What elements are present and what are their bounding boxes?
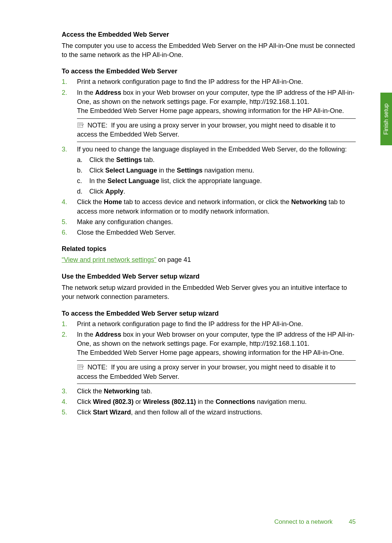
list-heading-1: To access the Embedded Web Server bbox=[62, 68, 356, 75]
note-box: NOTE: If you are using a proxy server in… bbox=[77, 118, 356, 142]
text: Click bbox=[77, 398, 93, 405]
text: on page 41 bbox=[156, 256, 191, 263]
note-label: NOTE: bbox=[87, 122, 107, 129]
text: In the bbox=[77, 331, 95, 338]
list-item: Click Wired (802.3) or Wireless (802.11)… bbox=[62, 397, 356, 406]
footer-section: Connect to a network bbox=[274, 518, 333, 525]
text: tab. bbox=[139, 388, 152, 395]
text-bold: Apply bbox=[105, 188, 123, 195]
text-bold: Wireless (802.11) bbox=[143, 398, 196, 405]
text: Click the bbox=[77, 198, 104, 206]
text: Click bbox=[89, 188, 105, 195]
text: , and then follow all of the wizard inst… bbox=[131, 409, 262, 416]
related-link[interactable]: “View and print network settings” bbox=[62, 256, 156, 263]
text-bold: Networking bbox=[291, 198, 327, 206]
text: In the bbox=[77, 89, 95, 96]
list-item: If you need to change the language displ… bbox=[62, 145, 356, 196]
text-bold: Address bbox=[95, 331, 121, 338]
text: If you need to change the language displ… bbox=[77, 146, 347, 153]
text-bold: Settings bbox=[116, 156, 142, 163]
note-text: If you are using a proxy server in your … bbox=[77, 364, 335, 380]
list-item: In the Select Language list, click the a… bbox=[77, 177, 356, 186]
page-body: Access the Embedded Web Server The compu… bbox=[0, 0, 392, 437]
list-item: Click Apply. bbox=[77, 187, 356, 196]
list-item: Click Select Language in the Settings na… bbox=[77, 166, 356, 175]
heading-setup-wizard: Use the Embedded Web Server setup wizard bbox=[62, 273, 356, 280]
sub-list: Click the Settings tab. Click Select Lan… bbox=[77, 155, 356, 196]
ordered-list-2: Print a network configuration page to fi… bbox=[62, 320, 356, 417]
text: Click the bbox=[89, 156, 116, 163]
text-bold: Select Language bbox=[107, 177, 159, 185]
text: or bbox=[134, 398, 143, 405]
text: The Embedded Web Server Home page appear… bbox=[77, 106, 356, 116]
text-bold: Connections bbox=[216, 398, 255, 405]
list-item: Close the Embedded Web Server. bbox=[62, 228, 356, 237]
text-bold: Address bbox=[95, 89, 121, 96]
note-text: If you are using a proxy server in your … bbox=[77, 122, 335, 138]
footer-page-number: 45 bbox=[349, 518, 356, 525]
text: in the bbox=[157, 167, 177, 174]
text: The Embedded Web Server Home page appear… bbox=[77, 348, 356, 357]
list-item: Click the Settings tab. bbox=[77, 155, 356, 165]
list-item: Click the Home tab to access device and … bbox=[62, 198, 356, 216]
text-bold: Select Language bbox=[105, 167, 157, 174]
text-bold: Settings bbox=[177, 167, 203, 174]
text-bold: Networking bbox=[104, 388, 139, 395]
list-item: Click Start Wizard, and then follow all … bbox=[62, 408, 356, 417]
note-label: NOTE: bbox=[87, 364, 107, 371]
heading-access-ews: Access the Embedded Web Server bbox=[62, 31, 356, 39]
related-topics: Related topics “View and print network s… bbox=[62, 245, 356, 265]
text: tab to access device and network informa… bbox=[122, 198, 291, 206]
list-item: Click the Networking tab. bbox=[62, 387, 356, 396]
text: Click bbox=[89, 167, 105, 174]
related-heading: Related topics bbox=[62, 245, 356, 253]
ordered-list-1: Print a network configuration page to fi… bbox=[62, 77, 356, 237]
text: Click the bbox=[77, 388, 104, 395]
text: navigation menu. bbox=[255, 398, 307, 405]
list-item: Print a network configuration page to fi… bbox=[62, 320, 356, 329]
note-icon bbox=[77, 363, 84, 372]
list-heading-2: To access the Embedded Web Server setup … bbox=[62, 310, 356, 317]
intro-1: The computer you use to access the Embed… bbox=[62, 41, 356, 60]
text: Click bbox=[77, 409, 93, 416]
text-bold: Start Wizard bbox=[93, 409, 131, 416]
text: . bbox=[123, 188, 125, 195]
note-icon bbox=[77, 121, 84, 130]
text: list, click the appropriate language. bbox=[159, 177, 262, 185]
intro-2: The network setup wizard provided in the… bbox=[62, 283, 356, 301]
text: navigation menu. bbox=[203, 167, 254, 174]
text: in the bbox=[196, 398, 216, 405]
text-bold: Wired (802.3) bbox=[93, 398, 134, 405]
note-box: NOTE: If you are using a proxy server in… bbox=[77, 360, 356, 384]
page-footer: Connect to a network 45 bbox=[274, 518, 356, 526]
list-item: Print a network configuration page to fi… bbox=[62, 77, 356, 86]
text: In the bbox=[89, 177, 107, 185]
text-bold: Home bbox=[104, 198, 122, 206]
list-item: In the Address box in your Web browser o… bbox=[62, 330, 356, 384]
list-item: In the Address box in your Web browser o… bbox=[62, 88, 356, 142]
list-item: Make any configuration changes. bbox=[62, 218, 356, 227]
text: tab. bbox=[142, 156, 155, 163]
